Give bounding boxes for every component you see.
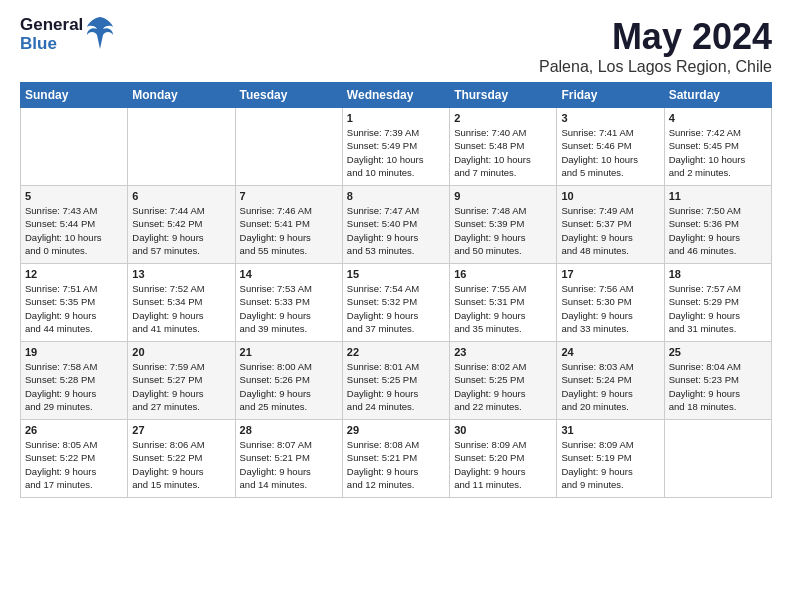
day-info: Sunrise: 7:40 AM Sunset: 5:48 PM Dayligh… (454, 126, 552, 179)
day-number: 18 (669, 268, 767, 280)
day-info: Sunrise: 7:43 AM Sunset: 5:44 PM Dayligh… (25, 204, 123, 257)
day-number: 21 (240, 346, 338, 358)
day-cell (21, 108, 128, 186)
column-header-sunday: Sunday (21, 83, 128, 108)
day-cell: 31Sunrise: 8:09 AM Sunset: 5:19 PM Dayli… (557, 420, 664, 498)
day-info: Sunrise: 7:52 AM Sunset: 5:34 PM Dayligh… (132, 282, 230, 335)
day-cell: 16Sunrise: 7:55 AM Sunset: 5:31 PM Dayli… (450, 264, 557, 342)
day-info: Sunrise: 7:54 AM Sunset: 5:32 PM Dayligh… (347, 282, 445, 335)
day-info: Sunrise: 7:47 AM Sunset: 5:40 PM Dayligh… (347, 204, 445, 257)
day-info: Sunrise: 8:00 AM Sunset: 5:26 PM Dayligh… (240, 360, 338, 413)
day-number: 20 (132, 346, 230, 358)
day-info: Sunrise: 8:06 AM Sunset: 5:22 PM Dayligh… (132, 438, 230, 491)
day-number: 11 (669, 190, 767, 202)
day-cell: 7Sunrise: 7:46 AM Sunset: 5:41 PM Daylig… (235, 186, 342, 264)
day-cell: 9Sunrise: 7:48 AM Sunset: 5:39 PM Daylig… (450, 186, 557, 264)
day-info: Sunrise: 7:55 AM Sunset: 5:31 PM Dayligh… (454, 282, 552, 335)
day-cell: 8Sunrise: 7:47 AM Sunset: 5:40 PM Daylig… (342, 186, 449, 264)
day-cell: 22Sunrise: 8:01 AM Sunset: 5:25 PM Dayli… (342, 342, 449, 420)
day-number: 9 (454, 190, 552, 202)
day-info: Sunrise: 7:46 AM Sunset: 5:41 PM Dayligh… (240, 204, 338, 257)
day-number: 6 (132, 190, 230, 202)
week-row-5: 26Sunrise: 8:05 AM Sunset: 5:22 PM Dayli… (21, 420, 772, 498)
location-subtitle: Palena, Los Lagos Region, Chile (539, 58, 772, 76)
day-number: 10 (561, 190, 659, 202)
page: General Blue May 2024 Palena, Los Lagos … (0, 0, 792, 612)
column-header-thursday: Thursday (450, 83, 557, 108)
day-number: 8 (347, 190, 445, 202)
day-cell: 6Sunrise: 7:44 AM Sunset: 5:42 PM Daylig… (128, 186, 235, 264)
day-number: 16 (454, 268, 552, 280)
day-cell: 14Sunrise: 7:53 AM Sunset: 5:33 PM Dayli… (235, 264, 342, 342)
day-info: Sunrise: 7:50 AM Sunset: 5:36 PM Dayligh… (669, 204, 767, 257)
day-cell: 25Sunrise: 8:04 AM Sunset: 5:23 PM Dayli… (664, 342, 771, 420)
header: General Blue May 2024 Palena, Los Lagos … (20, 16, 772, 76)
day-number: 17 (561, 268, 659, 280)
week-row-4: 19Sunrise: 7:58 AM Sunset: 5:28 PM Dayli… (21, 342, 772, 420)
day-number: 2 (454, 112, 552, 124)
day-number: 28 (240, 424, 338, 436)
day-cell: 10Sunrise: 7:49 AM Sunset: 5:37 PM Dayli… (557, 186, 664, 264)
logo-general: General (20, 16, 83, 35)
day-cell: 4Sunrise: 7:42 AM Sunset: 5:45 PM Daylig… (664, 108, 771, 186)
column-header-saturday: Saturday (664, 83, 771, 108)
day-cell: 13Sunrise: 7:52 AM Sunset: 5:34 PM Dayli… (128, 264, 235, 342)
day-cell: 18Sunrise: 7:57 AM Sunset: 5:29 PM Dayli… (664, 264, 771, 342)
day-number: 15 (347, 268, 445, 280)
day-info: Sunrise: 8:03 AM Sunset: 5:24 PM Dayligh… (561, 360, 659, 413)
logo-blue: Blue (20, 35, 83, 54)
day-info: Sunrise: 8:01 AM Sunset: 5:25 PM Dayligh… (347, 360, 445, 413)
day-number: 13 (132, 268, 230, 280)
day-cell: 30Sunrise: 8:09 AM Sunset: 5:20 PM Dayli… (450, 420, 557, 498)
day-info: Sunrise: 8:08 AM Sunset: 5:21 PM Dayligh… (347, 438, 445, 491)
day-cell (128, 108, 235, 186)
day-info: Sunrise: 8:07 AM Sunset: 5:21 PM Dayligh… (240, 438, 338, 491)
day-number: 19 (25, 346, 123, 358)
day-info: Sunrise: 7:44 AM Sunset: 5:42 PM Dayligh… (132, 204, 230, 257)
day-cell: 21Sunrise: 8:00 AM Sunset: 5:26 PM Dayli… (235, 342, 342, 420)
day-number: 14 (240, 268, 338, 280)
day-info: Sunrise: 7:53 AM Sunset: 5:33 PM Dayligh… (240, 282, 338, 335)
day-info: Sunrise: 8:05 AM Sunset: 5:22 PM Dayligh… (25, 438, 123, 491)
day-number: 24 (561, 346, 659, 358)
day-number: 29 (347, 424, 445, 436)
day-number: 23 (454, 346, 552, 358)
day-cell: 29Sunrise: 8:08 AM Sunset: 5:21 PM Dayli… (342, 420, 449, 498)
day-number: 1 (347, 112, 445, 124)
day-number: 31 (561, 424, 659, 436)
calendar-table: SundayMondayTuesdayWednesdayThursdayFrid… (20, 82, 772, 498)
day-info: Sunrise: 7:42 AM Sunset: 5:45 PM Dayligh… (669, 126, 767, 179)
day-info: Sunrise: 7:48 AM Sunset: 5:39 PM Dayligh… (454, 204, 552, 257)
day-number: 22 (347, 346, 445, 358)
week-row-2: 5Sunrise: 7:43 AM Sunset: 5:44 PM Daylig… (21, 186, 772, 264)
day-info: Sunrise: 7:41 AM Sunset: 5:46 PM Dayligh… (561, 126, 659, 179)
month-title: May 2024 (539, 16, 772, 58)
day-cell: 20Sunrise: 7:59 AM Sunset: 5:27 PM Dayli… (128, 342, 235, 420)
day-info: Sunrise: 8:04 AM Sunset: 5:23 PM Dayligh… (669, 360, 767, 413)
day-cell: 17Sunrise: 7:56 AM Sunset: 5:30 PM Dayli… (557, 264, 664, 342)
day-info: Sunrise: 7:56 AM Sunset: 5:30 PM Dayligh… (561, 282, 659, 335)
logo-bird-icon (85, 15, 115, 51)
day-cell: 11Sunrise: 7:50 AM Sunset: 5:36 PM Dayli… (664, 186, 771, 264)
day-number: 12 (25, 268, 123, 280)
column-header-friday: Friday (557, 83, 664, 108)
day-info: Sunrise: 7:49 AM Sunset: 5:37 PM Dayligh… (561, 204, 659, 257)
day-info: Sunrise: 7:39 AM Sunset: 5:49 PM Dayligh… (347, 126, 445, 179)
week-row-3: 12Sunrise: 7:51 AM Sunset: 5:35 PM Dayli… (21, 264, 772, 342)
day-number: 5 (25, 190, 123, 202)
day-info: Sunrise: 8:09 AM Sunset: 5:20 PM Dayligh… (454, 438, 552, 491)
week-row-1: 1Sunrise: 7:39 AM Sunset: 5:49 PM Daylig… (21, 108, 772, 186)
day-number: 26 (25, 424, 123, 436)
day-cell (664, 420, 771, 498)
day-number: 3 (561, 112, 659, 124)
day-info: Sunrise: 7:58 AM Sunset: 5:28 PM Dayligh… (25, 360, 123, 413)
header-row: SundayMondayTuesdayWednesdayThursdayFrid… (21, 83, 772, 108)
day-info: Sunrise: 7:51 AM Sunset: 5:35 PM Dayligh… (25, 282, 123, 335)
day-info: Sunrise: 7:57 AM Sunset: 5:29 PM Dayligh… (669, 282, 767, 335)
day-cell: 24Sunrise: 8:03 AM Sunset: 5:24 PM Dayli… (557, 342, 664, 420)
day-info: Sunrise: 8:09 AM Sunset: 5:19 PM Dayligh… (561, 438, 659, 491)
day-number: 30 (454, 424, 552, 436)
day-cell: 12Sunrise: 7:51 AM Sunset: 5:35 PM Dayli… (21, 264, 128, 342)
day-cell: 2Sunrise: 7:40 AM Sunset: 5:48 PM Daylig… (450, 108, 557, 186)
column-header-tuesday: Tuesday (235, 83, 342, 108)
